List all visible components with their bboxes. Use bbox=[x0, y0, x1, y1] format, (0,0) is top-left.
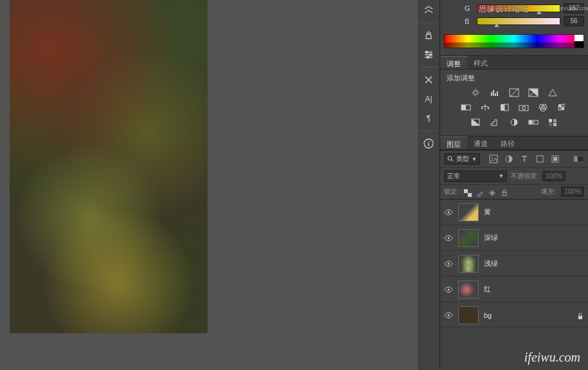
canvas[interactable] bbox=[10, 0, 208, 333]
threshold-icon[interactable] bbox=[508, 117, 520, 127]
chevron-down-icon: ▼ bbox=[472, 156, 477, 162]
invert-icon[interactable] bbox=[470, 117, 481, 127]
lock-label: 锁定: bbox=[444, 187, 459, 196]
lock-row: 锁定: 填充: 100% bbox=[440, 184, 588, 199]
settings-sliders-icon[interactable] bbox=[419, 46, 438, 64]
visibility-toggle[interactable] bbox=[444, 234, 453, 243]
blend-row: 正常▼ 不透明度: 100% bbox=[440, 167, 588, 184]
layer-thumbnail[interactable] bbox=[458, 281, 479, 299]
filter-shape-icon[interactable] bbox=[535, 154, 544, 163]
layer-thumbnail[interactable] bbox=[458, 203, 479, 221]
filter-text-icon[interactable] bbox=[520, 154, 529, 163]
lock-position-icon[interactable] bbox=[488, 188, 496, 196]
svg-point-0 bbox=[426, 51, 428, 53]
layer-item[interactable]: bg bbox=[440, 302, 588, 328]
filter-toggle[interactable] bbox=[573, 156, 584, 162]
svg-point-12 bbox=[522, 107, 526, 110]
svg-rect-18 bbox=[558, 107, 561, 110]
adjust-tabs: 调整 样式 bbox=[440, 55, 588, 69]
layer-thumbnail[interactable] bbox=[458, 255, 479, 273]
lock-transparency-icon[interactable] bbox=[464, 188, 472, 196]
selective-color-icon[interactable] bbox=[547, 117, 558, 127]
info-icon[interactable] bbox=[419, 134, 438, 153]
levels-icon[interactable] bbox=[489, 88, 501, 98]
character-panel-icon[interactable]: A| bbox=[419, 90, 438, 108]
svg-point-39 bbox=[448, 211, 450, 213]
tools-cross-icon[interactable] bbox=[419, 71, 438, 89]
brightness-icon[interactable] bbox=[470, 88, 481, 98]
exposure-icon[interactable] bbox=[528, 88, 539, 98]
b-label: B bbox=[465, 17, 474, 25]
vibrance-icon[interactable] bbox=[547, 88, 558, 98]
visibility-toggle[interactable] bbox=[444, 259, 453, 268]
visibility-toggle[interactable] bbox=[444, 208, 453, 217]
tab-paths[interactable]: 路径 bbox=[494, 136, 521, 149]
svg-rect-8 bbox=[461, 105, 466, 110]
fill-label: 填充: bbox=[541, 187, 556, 196]
gradient-map-icon[interactable] bbox=[528, 117, 539, 127]
svg-rect-23 bbox=[529, 120, 532, 124]
layer-name[interactable]: 黄 bbox=[484, 207, 584, 217]
tab-adjustments[interactable]: 调整 bbox=[440, 56, 467, 69]
visibility-toggle[interactable] bbox=[444, 285, 453, 294]
layer-item[interactable]: 黄 bbox=[440, 199, 588, 225]
curves-icon[interactable] bbox=[508, 88, 520, 98]
svg-rect-24 bbox=[532, 120, 535, 124]
layer-item[interactable]: 红 bbox=[440, 277, 588, 302]
layer-item[interactable]: 深绿 bbox=[440, 225, 588, 251]
svg-point-41 bbox=[448, 263, 450, 264]
svg-point-40 bbox=[448, 237, 450, 239]
visibility-toggle[interactable] bbox=[444, 311, 453, 320]
filter-smart-icon[interactable] bbox=[551, 154, 560, 163]
layer-thumbnail[interactable] bbox=[458, 306, 479, 324]
paragraph-panel-icon[interactable]: ¶ bbox=[419, 109, 438, 127]
svg-rect-10 bbox=[504, 104, 508, 111]
lock-pixels-icon[interactable] bbox=[476, 188, 484, 196]
b-slider[interactable] bbox=[477, 17, 560, 25]
layer-name[interactable]: 深绿 bbox=[484, 233, 584, 243]
brush-tool-icon[interactable] bbox=[419, 26, 438, 44]
svg-point-31 bbox=[492, 157, 493, 158]
layer-name[interactable]: bg bbox=[484, 311, 571, 319]
filter-type-dropdown[interactable]: 类型 ▼ bbox=[444, 153, 480, 165]
color-spectrum[interactable] bbox=[444, 34, 584, 48]
blend-mode-dropdown[interactable]: 正常▼ bbox=[444, 171, 507, 182]
filter-label: 类型 bbox=[456, 154, 469, 163]
bw-icon[interactable] bbox=[499, 102, 510, 113]
layers-tabs: 图层 通道 路径 bbox=[440, 136, 588, 150]
svg-rect-38 bbox=[503, 192, 506, 196]
filter-adjust-icon[interactable] bbox=[504, 154, 513, 163]
tab-styles[interactable]: 样式 bbox=[467, 56, 494, 69]
tab-channels[interactable]: 通道 bbox=[467, 136, 494, 149]
svg-point-42 bbox=[448, 288, 450, 290]
lock-all-icon[interactable] bbox=[501, 188, 508, 196]
color-balance-icon[interactable] bbox=[479, 102, 491, 113]
tab-layers[interactable]: 图层 bbox=[440, 136, 467, 149]
svg-rect-25 bbox=[549, 119, 552, 122]
layer-name[interactable]: 浅绿 bbox=[484, 259, 584, 268]
chevron-down-icon: ▼ bbox=[499, 173, 504, 179]
color-lookup-icon[interactable] bbox=[557, 102, 568, 113]
filter-pixel-icon[interactable] bbox=[489, 154, 498, 163]
watermark-sub: WWW.MISSYUAN.COM bbox=[536, 6, 588, 11]
bottom-watermark: ifeiwu.com bbox=[524, 350, 580, 365]
hue-icon[interactable] bbox=[460, 102, 472, 113]
lock-icon bbox=[576, 311, 584, 319]
svg-point-1 bbox=[430, 54, 432, 56]
fill-input[interactable]: 100% bbox=[561, 187, 584, 197]
channel-mixer-icon[interactable] bbox=[537, 102, 549, 113]
svg-point-2 bbox=[427, 57, 429, 59]
collapse-icon[interactable] bbox=[419, 1, 438, 19]
photo-filter-icon[interactable] bbox=[518, 102, 530, 113]
layer-name[interactable]: 红 bbox=[484, 284, 584, 294]
svg-rect-28 bbox=[553, 123, 557, 126]
canvas-content bbox=[10, 0, 208, 333]
svg-rect-30 bbox=[490, 155, 497, 163]
opacity-input[interactable]: 100% bbox=[542, 171, 566, 181]
b-value-input[interactable]: 56 bbox=[564, 16, 584, 26]
posterize-icon[interactable] bbox=[489, 117, 501, 127]
layer-list: 黄 深绿 浅绿 红 bg bbox=[440, 199, 588, 370]
layers-panel: 类型 ▼ 正常▼ 不透明度: 100% 锁定: bbox=[440, 150, 588, 370]
layer-item[interactable]: 浅绿 bbox=[440, 251, 588, 277]
layer-thumbnail[interactable] bbox=[458, 229, 479, 247]
